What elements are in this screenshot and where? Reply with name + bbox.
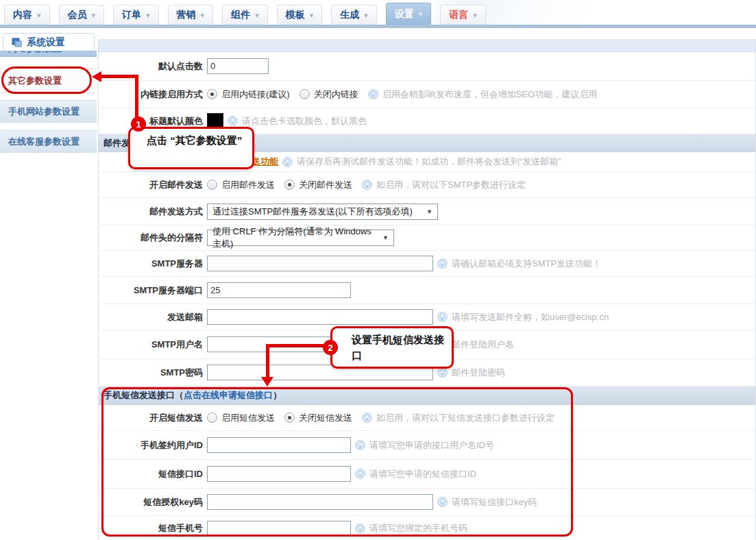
row-smtp-user: SMTP用户名 邮件登陆用户名 [99, 330, 755, 359]
sidebar-header-label: 系统设置 [27, 36, 65, 49]
nav-tabs: 内容▾ 会员▾ 订单▾ 营销▾ 组件▾ 模板▾ 生成▾ 设置▾ 语言▾ [4, 3, 486, 25]
row-mail-test: 测试邮件发送功能 请保存后再测试邮件发送功能！如成功，邮件将会发送到“发送邮箱” [99, 152, 755, 172]
content-top-band [99, 39, 755, 52]
field-hint: 请填写您申请的接口用户名ID号 [369, 439, 494, 452]
radio-disable-mail[interactable] [284, 180, 295, 190]
smtp-user-input[interactable] [207, 336, 433, 352]
hint-bulb-icon [437, 312, 448, 322]
field-label: SMTP密码 [99, 367, 207, 379]
field-label: 标题默认颜色 [99, 115, 207, 127]
radio-enable-mail[interactable] [207, 180, 217, 190]
tab-components[interactable]: 组件▾ [222, 5, 268, 25]
sms-api-id-input[interactable] [207, 466, 351, 482]
sidebar-item-label: 网站参数设置 [8, 51, 62, 55]
row-sms-api-id: 短信接口ID 请填写您申请的短信接口ID [99, 460, 755, 489]
section-title: 邮件发送参数设置 [103, 137, 175, 149]
tab-settings[interactable]: 设置▾ [386, 3, 432, 25]
mail-method-select[interactable]: 通过连接SMTP邮件服务器发送(以下所有选项必填) ▼ [207, 204, 438, 220]
row-sms-enable: 开启短信发送 启用短信发送 关闭短信发送 如启用，请对以下短信发送接口参数进行设… [99, 405, 755, 431]
settings-form: 默认点击数 内链接启用方式 启用内链接(建议) 关闭内链接 启用会稍影响发布速度… [98, 39, 756, 540]
row-sms-user-id: 手机签约用户ID 请填写您申请的接口用户名ID号 [99, 431, 755, 460]
row-smtp-port: SMTP服务器端口 [99, 277, 755, 304]
radio-option-label: 关闭邮件发送 [299, 179, 352, 191]
hint-bulb-icon [437, 367, 448, 378]
chevron-down-icon: ▾ [473, 12, 477, 19]
field-hint: 请点击色卡选取颜色，默认黑色 [242, 115, 367, 127]
tab-label: 设置 [395, 8, 414, 21]
chevron-down-icon: ▾ [201, 12, 205, 19]
select-value: 通过连接SMTP邮件服务器发送(以下所有选项必填) [212, 206, 413, 218]
tab-orders[interactable]: 订单▾ [113, 5, 159, 25]
section-title: 手机短信发送接口（ [103, 389, 184, 402]
field-hint: 请填写您申请的短信接口ID [369, 468, 476, 480]
field-label: 短信授权key码 [99, 496, 207, 508]
field-label: 短信接口ID [99, 468, 207, 480]
tab-label: 营销 [177, 9, 196, 21]
sidebar-item-label: 手机网站参数设置 [8, 106, 80, 118]
field-label: 开启短信发送 [99, 412, 207, 424]
hint-bulb-icon [437, 339, 448, 349]
color-swatch[interactable] [207, 113, 223, 130]
tab-label: 订单 [122, 9, 141, 21]
test-mail-link[interactable]: 测试邮件发送功能 [207, 156, 278, 168]
sidebar-item-other-params[interactable]: 其它参数设置 [0, 69, 97, 93]
field-label: 邮件发送方式 [99, 206, 207, 218]
tab-marketing[interactable]: 营销▾ [168, 5, 214, 25]
send-mailbox-input[interactable] [207, 309, 433, 325]
sidebar-item-label: 其它参数设置 [8, 75, 62, 87]
mail-separator-select[interactable]: 使用 CRLF 作为分隔符(通常为 Windows 主机) ▼ [207, 230, 394, 246]
sidebar-item-online-service-params[interactable]: 在线客服参数设置 [0, 130, 97, 153]
smtp-password-input[interactable] [207, 365, 433, 380]
sms-phone-input[interactable] [207, 521, 351, 537]
radio-option-label: 启用短信发送 [221, 412, 275, 424]
tab-label: 语言 [449, 9, 468, 21]
tab-templates[interactable]: 模板▾ [277, 5, 323, 25]
system-settings-icon [12, 38, 22, 47]
radio-disable-sms[interactable] [284, 413, 295, 423]
radio-enable-inner-link[interactable] [207, 89, 217, 99]
radio-option-label: 启用内链接(建议) [221, 88, 290, 101]
field-label: 开启邮件发送 [99, 179, 207, 191]
field-hint: 请保存后再测试邮件发送功能！如成功，邮件将会发送到“发送邮箱” [297, 156, 561, 168]
radio-option-label: 关闭内链接 [314, 88, 358, 101]
tab-label: 生成 [340, 9, 359, 21]
hint-bulb-icon [368, 89, 378, 99]
field-hint: 启用会稍影响发布速度，但会增加SEO功能，建议启用 [382, 88, 597, 101]
tab-label: 组件 [231, 9, 250, 21]
apply-sms-api-link[interactable]: 点击在线申请短信接口 [184, 389, 273, 402]
row-smtp-password: SMTP密码 邮件登陆密码 [99, 359, 755, 386]
chevron-down-icon: ▾ [364, 12, 368, 19]
smtp-port-input[interactable] [207, 282, 351, 298]
hint-bulb-icon [362, 413, 372, 423]
tab-content[interactable]: 内容▾ [4, 5, 50, 25]
hint-bulb-icon [282, 157, 293, 167]
top-nav-bar: 内容▾ 会员▾ 订单▾ 营销▾ 组件▾ 模板▾ 生成▾ 设置▾ 语言▾ [0, 0, 756, 25]
mail-section-header: 邮件发送参数设置 [99, 134, 755, 152]
sms-user-id-input[interactable] [207, 437, 351, 453]
radio-disable-inner-link[interactable] [300, 89, 310, 99]
sidebar-item-mobile-site-params[interactable]: 手机网站参数设置 [0, 100, 97, 123]
smtp-server-input[interactable] [207, 256, 433, 271]
chevron-down-icon: ▾ [419, 10, 423, 18]
field-hint: 如启用，请对以下SMTP参数进行设定 [376, 179, 526, 191]
radio-option-label: 启用邮件发送 [221, 179, 275, 191]
row-sms-key: 短信授权key码 请填写短信接口key码 [99, 489, 755, 516]
tab-generate[interactable]: 生成▾ [331, 5, 377, 25]
hint-bulb-icon [362, 180, 372, 190]
field-label: SMTP用户名 [99, 339, 207, 351]
dropdown-arrow-icon: ▼ [419, 208, 432, 215]
row-mail-separator: 邮件头的分隔符 使用 CRLF 作为分隔符(通常为 Windows 主机) ▼ [99, 225, 755, 251]
chevron-down-icon: ▾ [92, 12, 96, 19]
field-label: 手机签约用户ID [99, 439, 207, 452]
field-hint: 请填写您绑定的手机号码 [369, 522, 467, 535]
radio-enable-sms[interactable] [207, 413, 217, 423]
tab-members[interactable]: 会员▾ [59, 5, 105, 25]
hint-bulb-icon [355, 440, 365, 450]
field-hint: 如启用，请对以下短信发送接口参数进行设定 [376, 412, 554, 424]
tab-language[interactable]: 语言▾ [440, 5, 486, 25]
field-hint: 请填写短信接口key码 [452, 496, 537, 508]
sidebar-item-site-params[interactable]: 网站参数设置 [0, 51, 97, 57]
default-clicks-input[interactable] [207, 58, 269, 74]
sms-key-input[interactable] [207, 494, 433, 510]
chevron-down-icon: ▾ [146, 12, 150, 19]
